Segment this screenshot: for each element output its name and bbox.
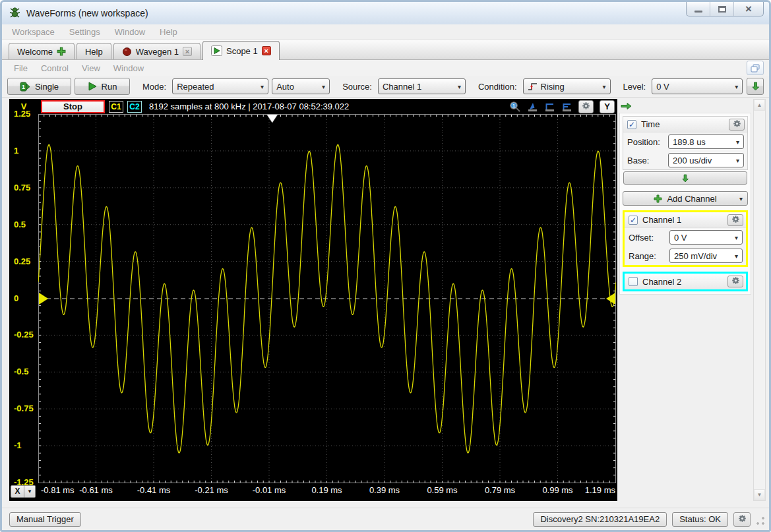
title-bar[interactable]: WaveForms (new workspace) × [2, 2, 769, 24]
y-tick-label: 1 [14, 146, 18, 156]
panel-scrollbar[interactable]: ▲ ▼ [753, 99, 766, 501]
scope-toolbar: 1 Single Run Mode: Repeated▾ Auto▾ Sourc… [2, 76, 769, 98]
base-label: Base: [627, 156, 668, 165]
window-controls: × [686, 2, 764, 16]
scope-menu-item-view[interactable]: View [75, 63, 107, 73]
scope-menubar: FileControlViewWindow [2, 60, 769, 76]
measure-y-icon[interactable] [561, 102, 572, 112]
tab-wavegen-1[interactable]: Wavegen 1× [113, 43, 200, 59]
resize-grip[interactable] [756, 516, 765, 525]
right-column: ✓ Time Position: 189.8 us▾ Base: [619, 99, 751, 295]
x-tick-label: 0.39 ms [369, 485, 400, 495]
collapse-toolbar-button[interactable] [747, 78, 764, 95]
range-select[interactable]: 250 mV/div▾ [669, 249, 743, 263]
chevron-down-icon: ▾ [731, 234, 738, 241]
source-select[interactable]: Channel 1▾ [378, 78, 466, 94]
y-tick-label: 1.25 [14, 109, 30, 119]
condition-select[interactable]: Rising▾ [523, 78, 611, 94]
y-tick-label: -1 [14, 440, 22, 450]
tab-label: Help [85, 47, 103, 57]
position-select[interactable]: 189.8 us▾ [668, 134, 744, 149]
menu-item-workspace[interactable]: Workspace [5, 27, 62, 37]
menu-item-settings[interactable]: Settings [62, 27, 108, 37]
tab-scope-1[interactable]: Scope 1× [202, 41, 280, 60]
channel1-settings-button[interactable] [727, 214, 743, 226]
channel1-checkbox[interactable]: ✓ [629, 216, 638, 225]
cursor-icon[interactable] [527, 102, 538, 112]
y-tick-label: -0.75 [14, 403, 34, 413]
tab-close-icon[interactable]: × [183, 47, 192, 56]
green-right-arrow-icon[interactable] [621, 102, 632, 110]
svg-text:1: 1 [512, 103, 515, 107]
main-menubar: WorkspaceSettingsWindowHelp [2, 24, 769, 40]
y-tick-label: -0.5 [14, 367, 28, 376]
trigger-mode-select[interactable]: Auto▾ [272, 78, 330, 94]
measure-x-icon[interactable] [544, 102, 555, 112]
chevron-down-icon: ▾ [739, 195, 743, 202]
waveform-plot[interactable] [38, 114, 616, 483]
base-select[interactable]: 200 us/div▾ [668, 153, 744, 167]
scope-menu-item-window[interactable]: Window [107, 63, 150, 73]
menu-item-help[interactable]: Help [152, 27, 185, 37]
stop-button[interactable]: Stop [41, 100, 105, 113]
status-bar: Manual Trigger Discovery2 SN:210321A19EA… [2, 508, 769, 530]
zoom-icon[interactable]: 1 [509, 101, 521, 113]
acquisition-info: 8192 samples at 800 kHz | 2017-08-07 08:… [149, 102, 349, 111]
y-tick-label: 0 [14, 293, 18, 303]
status-button[interactable]: Status: OK [672, 512, 728, 527]
tab-bar: WelcomeHelpWavegen 1×Scope 1× [2, 40, 769, 60]
device-button[interactable]: Discovery2 SN:210321A19EA2 [533, 512, 667, 527]
scope-menu-item-file[interactable]: File [7, 63, 34, 73]
scroll-up-button[interactable]: ▲ [754, 100, 765, 111]
plot-region: V Stop C1 C2 8192 samples at 800 kHz | 2… [9, 99, 617, 501]
collapse-time-button[interactable] [623, 171, 747, 185]
run-button[interactable]: Run [75, 78, 130, 95]
offset-value: 0 V [674, 233, 687, 243]
channel1-group: ✓ Channel 1 Offset: 0 V▾ Range: 250 mV/d [623, 210, 748, 267]
single-button[interactable]: 1 Single [7, 78, 71, 95]
source-value: Channel 1 [383, 82, 421, 92]
float-window-button[interactable] [747, 61, 764, 75]
time-settings-button[interactable] [729, 119, 745, 131]
offset-label: Offset: [629, 233, 669, 243]
channel2-badge[interactable]: C2 [127, 101, 142, 113]
time-label: Time [641, 119, 660, 129]
channel1-badge[interactable]: C1 [109, 101, 123, 113]
y-axis-button[interactable]: Y [600, 100, 615, 113]
mode-select[interactable]: Repeated▾ [172, 78, 268, 94]
close-button[interactable]: × [734, 2, 763, 16]
x-tick-label: -0.81 ms [41, 485, 75, 495]
device-settings-button[interactable] [733, 512, 751, 527]
restore-icon [751, 64, 760, 73]
tab-welcome[interactable]: Welcome [9, 43, 75, 59]
plus-icon [57, 47, 66, 56]
time-checkbox[interactable]: ✓ [627, 120, 636, 129]
channel2-settings-button[interactable] [727, 276, 743, 287]
plot-settings-button[interactable] [578, 100, 594, 113]
level-select[interactable]: 0 V▾ [652, 78, 743, 94]
chevron-down-icon: ▾ [257, 83, 264, 90]
plot-header-icons: 1 Y [509, 100, 615, 113]
tab-label: Scope 1 [226, 46, 258, 56]
channel2-checkbox[interactable] [629, 277, 638, 286]
minimize-button[interactable] [687, 2, 710, 16]
menu-item-window[interactable]: Window [108, 27, 152, 37]
scope-settings-panel: ✓ Time Position: 189.8 us▾ Base: [619, 113, 751, 295]
single-label: Single [35, 82, 59, 92]
maximize-button[interactable] [710, 2, 734, 16]
tab-close-icon[interactable]: × [262, 46, 271, 55]
x-tick-label: -0.21 ms [195, 485, 228, 495]
add-channel-button[interactable]: Add Channel ▾ [623, 191, 748, 206]
maximize-icon [718, 6, 726, 13]
x-tick-label: 0.79 ms [485, 485, 515, 495]
tab-help[interactable]: Help [77, 43, 111, 59]
y-tick-label: 0.25 [14, 256, 30, 266]
condition-value: Rising [541, 82, 565, 92]
y-axis-labels: 1.2510.750.50.250-0.25-0.5-0.75-1-1.25 [9, 114, 38, 483]
offset-select[interactable]: 0 V▾ [669, 230, 743, 245]
scope-menu-item-control[interactable]: Control [34, 63, 75, 73]
manual-trigger-button[interactable]: Manual Trigger [9, 512, 81, 527]
scroll-down-button[interactable]: ▼ [754, 489, 765, 500]
waveforms-window: WaveForms (new workspace) × WorkspaceSet… [0, 0, 771, 532]
window-title: WaveForms (new workspace) [26, 8, 148, 18]
